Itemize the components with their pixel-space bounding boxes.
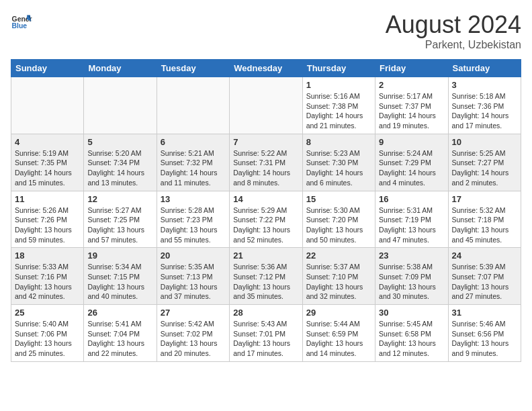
table-row: 7Sunrise: 5:22 AM Sunset: 7:31 PM Daylig… [230, 134, 302, 191]
weekday-header-monday: Monday [84, 60, 157, 77]
table-row: 23Sunrise: 5:38 AM Sunset: 7:09 PM Dayli… [375, 248, 448, 305]
table-row: 22Sunrise: 5:37 AM Sunset: 7:10 PM Dayli… [302, 248, 375, 305]
day-number: 22 [306, 250, 371, 261]
table-row: 4Sunrise: 5:19 AM Sunset: 7:35 PM Daylig… [11, 134, 84, 191]
table-row: 17Sunrise: 5:32 AM Sunset: 7:18 PM Dayli… [448, 191, 521, 248]
table-row: 8Sunrise: 5:23 AM Sunset: 7:30 PM Daylig… [302, 134, 375, 191]
day-number: 26 [87, 308, 152, 318]
day-info: Sunrise: 5:43 AM Sunset: 7:01 PM Dayligh… [233, 319, 298, 359]
table-row: 19Sunrise: 5:34 AM Sunset: 7:15 PM Dayli… [84, 248, 157, 305]
day-info: Sunrise: 5:46 AM Sunset: 6:56 PM Dayligh… [452, 319, 517, 359]
weekday-header-tuesday: Tuesday [157, 60, 229, 77]
table-row: 11Sunrise: 5:26 AM Sunset: 7:26 PM Dayli… [11, 191, 84, 248]
table-row: 27Sunrise: 5:42 AM Sunset: 7:02 PM Dayli… [157, 305, 229, 362]
day-number: 11 [15, 194, 80, 204]
day-number: 2 [379, 80, 444, 90]
day-info: Sunrise: 5:21 AM Sunset: 7:32 PM Dayligh… [161, 148, 226, 188]
table-row: 6Sunrise: 5:21 AM Sunset: 7:32 PM Daylig… [157, 134, 229, 191]
day-number: 21 [233, 250, 298, 261]
day-number: 4 [15, 137, 80, 147]
day-number: 18 [15, 250, 80, 261]
logo-icon: General Blue [11, 11, 32, 32]
calendar-week-row: 1Sunrise: 5:16 AM Sunset: 7:38 PM Daylig… [11, 77, 521, 134]
table-row: 14Sunrise: 5:29 AM Sunset: 7:22 PM Dayli… [230, 191, 302, 248]
table-row: 9Sunrise: 5:24 AM Sunset: 7:29 PM Daylig… [375, 134, 448, 191]
day-info: Sunrise: 5:25 AM Sunset: 7:27 PM Dayligh… [452, 148, 517, 188]
day-number: 12 [87, 194, 152, 204]
table-row: 2Sunrise: 5:17 AM Sunset: 7:37 PM Daylig… [375, 77, 448, 134]
day-number: 19 [87, 250, 152, 261]
day-info: Sunrise: 5:27 AM Sunset: 7:25 PM Dayligh… [87, 205, 152, 245]
day-number: 8 [306, 137, 371, 147]
day-info: Sunrise: 5:28 AM Sunset: 7:23 PM Dayligh… [161, 205, 226, 245]
day-info: Sunrise: 5:26 AM Sunset: 7:26 PM Dayligh… [15, 205, 80, 245]
day-info: Sunrise: 5:40 AM Sunset: 7:06 PM Dayligh… [15, 319, 80, 359]
day-info: Sunrise: 5:33 AM Sunset: 7:16 PM Dayligh… [15, 262, 80, 302]
day-number: 16 [379, 194, 444, 204]
table-row: 1Sunrise: 5:16 AM Sunset: 7:38 PM Daylig… [302, 77, 375, 134]
day-number: 13 [161, 194, 226, 204]
day-info: Sunrise: 5:42 AM Sunset: 7:02 PM Dayligh… [161, 319, 226, 359]
day-number: 9 [379, 137, 444, 147]
day-info: Sunrise: 5:38 AM Sunset: 7:09 PM Dayligh… [379, 262, 444, 302]
calendar-week-row: 18Sunrise: 5:33 AM Sunset: 7:16 PM Dayli… [11, 248, 521, 305]
day-number: 15 [306, 194, 371, 204]
day-number: 24 [452, 250, 517, 261]
day-number: 29 [306, 308, 371, 318]
table-row [84, 77, 157, 134]
calendar-week-row: 11Sunrise: 5:26 AM Sunset: 7:26 PM Dayli… [11, 191, 521, 248]
table-row: 13Sunrise: 5:28 AM Sunset: 7:23 PM Dayli… [157, 191, 229, 248]
day-info: Sunrise: 5:32 AM Sunset: 7:18 PM Dayligh… [452, 205, 517, 245]
day-number: 5 [87, 137, 152, 147]
table-row: 10Sunrise: 5:25 AM Sunset: 7:27 PM Dayli… [448, 134, 521, 191]
day-number: 23 [379, 250, 444, 261]
weekday-header-friday: Friday [375, 60, 448, 77]
day-number: 3 [452, 80, 517, 90]
day-info: Sunrise: 5:30 AM Sunset: 7:20 PM Dayligh… [306, 205, 371, 245]
title-block: August 2024 Parkent, Uzbekistan [386, 11, 521, 51]
day-number: 6 [161, 137, 226, 147]
calendar-week-row: 25Sunrise: 5:40 AM Sunset: 7:06 PM Dayli… [11, 305, 521, 362]
month-year-title: August 2024 [386, 11, 521, 39]
location-subtitle: Parkent, Uzbekistan [386, 39, 521, 51]
day-number: 14 [233, 194, 298, 204]
table-row: 16Sunrise: 5:31 AM Sunset: 7:19 PM Dayli… [375, 191, 448, 248]
day-info: Sunrise: 5:22 AM Sunset: 7:31 PM Dayligh… [233, 148, 298, 188]
page-header: General Blue August 2024 Parkent, Uzbeki… [11, 11, 521, 51]
table-row: 30Sunrise: 5:45 AM Sunset: 6:58 PM Dayli… [375, 305, 448, 362]
table-row: 5Sunrise: 5:20 AM Sunset: 7:34 PM Daylig… [84, 134, 157, 191]
day-info: Sunrise: 5:17 AM Sunset: 7:37 PM Dayligh… [379, 91, 444, 131]
table-row: 21Sunrise: 5:36 AM Sunset: 7:12 PM Dayli… [230, 248, 302, 305]
day-info: Sunrise: 5:35 AM Sunset: 7:13 PM Dayligh… [161, 262, 226, 302]
table-row: 20Sunrise: 5:35 AM Sunset: 7:13 PM Dayli… [157, 248, 229, 305]
table-row [157, 77, 229, 134]
day-info: Sunrise: 5:24 AM Sunset: 7:29 PM Dayligh… [379, 148, 444, 188]
weekday-header-saturday: Saturday [448, 60, 521, 77]
day-number: 28 [233, 308, 298, 318]
day-number: 27 [161, 308, 226, 318]
table-row: 3Sunrise: 5:18 AM Sunset: 7:36 PM Daylig… [448, 77, 521, 134]
day-info: Sunrise: 5:16 AM Sunset: 7:38 PM Dayligh… [306, 91, 371, 131]
weekday-header-thursday: Thursday [302, 60, 375, 77]
table-row: 15Sunrise: 5:30 AM Sunset: 7:20 PM Dayli… [302, 191, 375, 248]
table-row: 29Sunrise: 5:44 AM Sunset: 6:59 PM Dayli… [302, 305, 375, 362]
day-info: Sunrise: 5:31 AM Sunset: 7:19 PM Dayligh… [379, 205, 444, 245]
day-number: 30 [379, 308, 444, 318]
day-info: Sunrise: 5:41 AM Sunset: 7:04 PM Dayligh… [87, 319, 152, 359]
day-info: Sunrise: 5:36 AM Sunset: 7:12 PM Dayligh… [233, 262, 298, 302]
table-row [11, 77, 84, 134]
day-info: Sunrise: 5:18 AM Sunset: 7:36 PM Dayligh… [452, 91, 517, 131]
day-info: Sunrise: 5:34 AM Sunset: 7:15 PM Dayligh… [87, 262, 152, 302]
day-info: Sunrise: 5:20 AM Sunset: 7:34 PM Dayligh… [87, 148, 152, 188]
table-row: 12Sunrise: 5:27 AM Sunset: 7:25 PM Dayli… [84, 191, 157, 248]
table-row: 18Sunrise: 5:33 AM Sunset: 7:16 PM Dayli… [11, 248, 84, 305]
table-row [230, 77, 302, 134]
table-row: 28Sunrise: 5:43 AM Sunset: 7:01 PM Dayli… [230, 305, 302, 362]
table-row: 25Sunrise: 5:40 AM Sunset: 7:06 PM Dayli… [11, 305, 84, 362]
day-number: 31 [452, 308, 517, 318]
day-number: 17 [452, 194, 517, 204]
svg-text:Blue: Blue [12, 22, 28, 30]
day-info: Sunrise: 5:39 AM Sunset: 7:07 PM Dayligh… [452, 262, 517, 302]
day-number: 7 [233, 137, 298, 147]
logo: General Blue [11, 11, 32, 32]
